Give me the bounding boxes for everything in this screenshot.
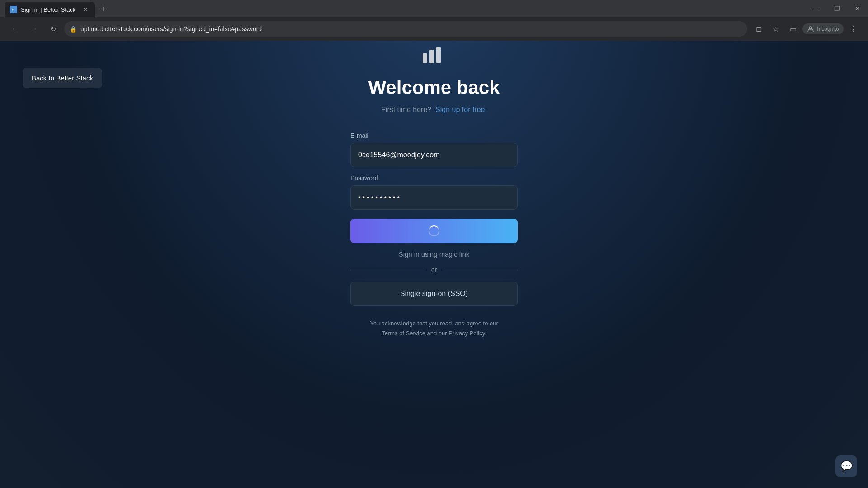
- sign-in-button[interactable]: [350, 219, 518, 243]
- loading-spinner: [429, 225, 439, 236]
- new-tab-button[interactable]: ＋: [97, 2, 109, 15]
- subtitle-static: First time here?: [381, 106, 431, 113]
- svg-rect-4: [429, 50, 434, 63]
- security-icon: 🔒: [70, 26, 77, 33]
- footer-line1: You acknowledge that you read, and agree…: [370, 320, 498, 327]
- svg-rect-5: [436, 47, 441, 63]
- sso-button[interactable]: Single sign-on (SSO): [350, 282, 518, 306]
- sidebar-icon[interactable]: ▭: [785, 21, 801, 37]
- url-text: uptime.betterstack.com/users/sign-in?sig…: [80, 25, 742, 33]
- back-nav-button[interactable]: ←: [7, 21, 23, 37]
- signup-link[interactable]: Sign up for free.: [435, 106, 487, 113]
- tab-favicon: S: [10, 6, 17, 13]
- magic-link-button[interactable]: Sign in using magic link: [399, 250, 470, 258]
- email-input[interactable]: [350, 143, 518, 167]
- email-form-group: E-mail: [350, 132, 518, 167]
- active-tab[interactable]: S Sign in | Better Stack ✕: [5, 2, 95, 17]
- sign-in-form-container: Welcome back First time here? Sign up fo…: [350, 77, 518, 338]
- footer-text: You acknowledge that you read, and agree…: [370, 319, 498, 338]
- welcome-title: Welcome back: [368, 77, 500, 99]
- reload-button[interactable]: ↻: [45, 21, 61, 37]
- cast-icon[interactable]: ⊡: [751, 21, 766, 37]
- tab-bar: S Sign in | Better Stack ✕ ＋ — ❐ ✕: [0, 0, 868, 17]
- logo-area: [420, 45, 448, 68]
- tab-close-button[interactable]: ✕: [81, 5, 90, 14]
- chat-widget-button[interactable]: 💬: [835, 455, 857, 477]
- svg-text:S: S: [12, 8, 14, 12]
- divider-label: or: [431, 266, 437, 273]
- window-controls: — ❐ ✕: [806, 0, 868, 17]
- bookmark-icon[interactable]: ☆: [768, 21, 783, 37]
- password-input[interactable]: [350, 185, 518, 210]
- close-window-button[interactable]: ✕: [847, 0, 868, 17]
- divider-line-right: [442, 270, 518, 270]
- maximize-button[interactable]: ❐: [826, 0, 847, 17]
- privacy-policy-link[interactable]: Privacy Policy: [448, 330, 485, 337]
- minimize-button[interactable]: —: [806, 0, 826, 17]
- terms-of-service-link[interactable]: Terms of Service: [382, 330, 425, 337]
- footer-and: and our: [427, 330, 447, 337]
- tab-title: Sign in | Better Stack: [21, 6, 78, 13]
- footer-period: .: [485, 330, 486, 337]
- svg-rect-3: [423, 53, 427, 63]
- chat-icon: 💬: [840, 460, 853, 472]
- incognito-label: Incognito: [817, 26, 839, 32]
- password-label: Password: [350, 174, 518, 182]
- subtitle-text: First time here? Sign up for free.: [381, 106, 487, 114]
- password-form-group: Password: [350, 174, 518, 210]
- page-content: Back to Better Stack Welcome back First …: [0, 41, 868, 488]
- divider-line-left: [350, 270, 426, 270]
- back-to-better-stack-button[interactable]: Back to Better Stack: [23, 68, 102, 88]
- navigation-bar: ← → ↻ 🔒 uptime.betterstack.com/users/sig…: [0, 17, 868, 41]
- incognito-badge: Incognito: [802, 23, 844, 34]
- menu-button[interactable]: ⋮: [845, 21, 861, 37]
- or-divider: or: [350, 266, 518, 273]
- nav-actions: ⊡ ☆ ▭ Incognito ⋮: [751, 21, 861, 37]
- browser-chrome: S Sign in | Better Stack ✕ ＋ — ❐ ✕ ← → ↻…: [0, 0, 868, 41]
- brand-logo: [420, 45, 448, 68]
- address-bar[interactable]: 🔒 uptime.betterstack.com/users/sign-in?s…: [64, 21, 747, 37]
- email-label: E-mail: [350, 132, 518, 139]
- forward-nav-button[interactable]: →: [26, 21, 42, 37]
